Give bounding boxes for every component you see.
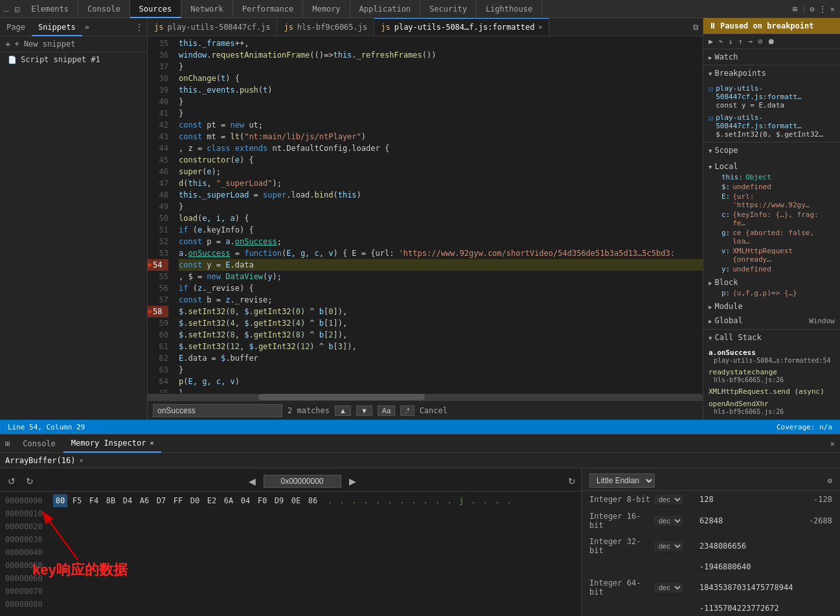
tab-memory[interactable]: Memory xyxy=(303,0,350,18)
watch-header[interactable]: Watch xyxy=(703,49,840,65)
mem-next-button[interactable]: ▶ xyxy=(346,476,359,486)
hex-byte-selected[interactable]: 80 xyxy=(53,494,67,507)
arraybuffer-tab[interactable]: ArrayBuffer(16) xyxy=(5,456,75,465)
hex-byte[interactable]: 0E xyxy=(289,494,303,507)
hex-byte[interactable]: F0 xyxy=(255,494,269,507)
device-toggle-icon[interactable]: ⎵ xyxy=(0,5,12,14)
tab-elements[interactable]: Elements xyxy=(22,0,78,18)
bottom-tab-console[interactable]: Console xyxy=(15,435,63,453)
hex-byte[interactable]: D0 xyxy=(188,494,202,507)
tab-actions: ⧉ xyxy=(693,23,703,32)
sidebar-actions[interactable]: ⋮ xyxy=(135,23,147,32)
split-editor-icon[interactable]: ⧉ xyxy=(693,23,699,32)
pause-on-exceptions-icon[interactable]: ⏺ xyxy=(767,37,775,46)
step-out-icon[interactable]: ↑ xyxy=(738,37,743,46)
horizontal-scrollbar[interactable] xyxy=(148,394,703,400)
bp-checkbox-0[interactable]: ☑ xyxy=(709,84,713,93)
hex-byte[interactable]: D7 xyxy=(154,494,168,507)
mem-format-select-0[interactable]: dec xyxy=(654,494,683,505)
mem-address-input[interactable] xyxy=(264,475,341,488)
arraybuffer-close-icon[interactable]: ✕ xyxy=(79,457,83,464)
callstack-item-0[interactable]: a.onSuccess play-utils-5084…s:formatted:… xyxy=(703,347,840,366)
search-input[interactable] xyxy=(153,404,282,417)
settings-icon[interactable]: ⚙ xyxy=(810,5,815,14)
sidebar-tab-snippets[interactable]: Snippets xyxy=(32,18,82,36)
hex-byte[interactable]: 04 xyxy=(238,494,253,507)
match-case-button[interactable]: Aa xyxy=(378,405,395,416)
right-panel: ⏸ Paused on breakpoint ▶ ↷ ↓ ↑ → ⊘ ⏺ Wat… xyxy=(703,18,840,420)
search-matches: 2 matches xyxy=(288,406,330,415)
tab-console[interactable]: Console xyxy=(78,0,130,18)
callstack-item-3[interactable]: openAndSendXhr hls-bf9c6065.js:26 xyxy=(703,398,840,417)
more-icon[interactable]: ⋮ xyxy=(819,5,826,14)
inspect-icon[interactable]: ◱ xyxy=(12,5,22,14)
hex-byte[interactable]: E2 xyxy=(205,494,219,507)
callstack-header[interactable]: Call Stack xyxy=(703,330,840,345)
mem-format-select-2[interactable]: dec xyxy=(654,541,683,551)
editor-tab-0[interactable]: js play-utils-508447cf.js xyxy=(148,18,277,36)
breakpoints-section: Breakpoints ☑ play-utils-508447cf.js:for… xyxy=(703,65,840,143)
tab-performance[interactable]: Performance xyxy=(233,0,303,18)
scope-local-header[interactable]: Local xyxy=(709,161,835,172)
snippet-item[interactable]: 📄 Script snippet #1 xyxy=(0,52,147,67)
breakpoints-header[interactable]: Breakpoints xyxy=(703,65,840,81)
tab-security[interactable]: Security xyxy=(420,0,477,18)
status-bar: Line 54, Column 29 Coverage: n/a xyxy=(0,420,840,434)
deactivate-bp-icon[interactable]: ⊘ xyxy=(758,37,762,46)
callstack-item-1[interactable]: readystatechange hls-bf9c6065.js:26 xyxy=(703,366,840,385)
callstack-section: Call Stack a.onSuccess play-utils-5084…s… xyxy=(703,330,840,420)
scope-header[interactable]: Scope xyxy=(703,143,840,158)
memory-inspector-close-icon[interactable]: ✕ xyxy=(150,434,153,452)
endian-select[interactable]: Little Endian Big Endian xyxy=(589,473,655,488)
scope-global-header[interactable]: Global Window xyxy=(709,315,835,326)
hex-byte[interactable]: F5 xyxy=(70,494,84,507)
hex-byte[interactable]: A6 xyxy=(137,494,152,507)
regex-button[interactable]: .* xyxy=(400,405,414,416)
callstack-item-4[interactable]: loadInternal hls-bf9c6065.js:26 xyxy=(703,417,840,420)
editor-tab-1[interactable]: js hls-bf9c6065.js xyxy=(277,18,374,36)
tab-sources[interactable]: Sources xyxy=(130,0,182,18)
scope-block-header[interactable]: Block xyxy=(709,277,835,288)
sidebar-tab-page[interactable]: Page xyxy=(0,18,32,36)
hex-ascii-0: . . . . . . . . . . . j . . . . xyxy=(323,494,513,507)
step-over-icon[interactable]: ↷ xyxy=(718,37,723,46)
hex-byte[interactable]: 86 xyxy=(306,494,320,507)
search-next-button[interactable]: ▼ xyxy=(356,405,372,416)
mem-format-select-4[interactable]: dec xyxy=(654,582,683,593)
screen-icon[interactable]: ⊞ xyxy=(793,5,797,14)
hex-byte[interactable]: 6A xyxy=(221,494,236,507)
hex-byte[interactable]: D9 xyxy=(272,494,286,507)
sidebar-tab-arrow[interactable]: » xyxy=(82,23,92,32)
tab-application[interactable]: Application xyxy=(350,0,420,18)
hex-byte[interactable]: D4 xyxy=(120,494,135,507)
close-icon[interactable]: ✕ xyxy=(830,5,835,14)
step-icon[interactable]: → xyxy=(748,37,753,46)
callstack-item-2[interactable]: XMLHttpRequest.send (async) xyxy=(703,385,840,398)
bottom-close-button[interactable]: ✕ xyxy=(830,439,840,448)
scope-module-header[interactable]: Module xyxy=(709,301,835,312)
bottom-tab-memory-inspector[interactable]: Memory Inspector ✕ xyxy=(63,435,162,453)
search-cancel-button[interactable]: Cancel xyxy=(420,406,448,415)
mem-redo-button[interactable]: ↻ xyxy=(23,476,36,486)
tab-lighthouse[interactable]: Lighthouse xyxy=(477,0,542,18)
console-panel-icon[interactable]: ⊞ xyxy=(5,439,10,448)
new-snippet-button[interactable]: + + New snippet xyxy=(0,36,147,52)
hex-byte[interactable]: FF xyxy=(171,494,185,507)
resume-icon[interactable]: ▶ xyxy=(709,37,713,46)
hex-byte[interactable]: F4 xyxy=(87,494,101,507)
memory-hex-viewer: ↺ ↻ ◀ ▶ ↻ 00000000 80 F5 F4 8B D4 A6 D7 xyxy=(0,468,581,616)
step-into-icon[interactable]: ↓ xyxy=(728,37,732,46)
mem-refresh-button[interactable]: ↻ xyxy=(568,476,576,486)
tab-close-button[interactable]: ✕ xyxy=(538,18,542,36)
mem-settings-icon[interactable]: ⚙ xyxy=(828,476,832,485)
hex-byte[interactable]: 8B xyxy=(104,494,118,507)
editor-tab-2[interactable]: js play-utils-5084…f.js:formatted ✕ xyxy=(374,18,549,36)
sidebar: Page Snippets » ⋮ + + New snippet 📄 Scri… xyxy=(0,18,148,420)
mem-format-select-1[interactable]: dec xyxy=(654,516,683,526)
tab-network[interactable]: Network xyxy=(181,0,233,18)
mem-prev-button[interactable]: ◀ xyxy=(246,476,258,486)
bp-checkbox-1[interactable]: ☑ xyxy=(709,113,713,122)
mem-undo-button[interactable]: ↺ xyxy=(5,476,18,486)
search-prev-button[interactable]: ▲ xyxy=(335,405,351,416)
code-editor[interactable]: this._frames++, window.requestAnimationF… xyxy=(174,36,703,393)
